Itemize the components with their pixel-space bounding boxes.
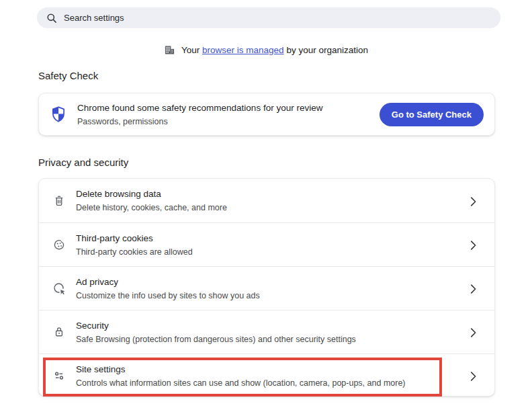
row-title: Security [76,319,356,333]
row-title: Delete browsing data [76,188,227,201]
row-title: Site settings [76,363,406,376]
row-subtitle: Controls what information sites can use … [76,377,406,389]
safety-check-subtitle: Passwords, permissions [77,116,322,128]
chevron-right-icon [466,282,480,295]
privacy-security-card: Delete browsing data Delete history, coo… [38,178,495,397]
row-third-party-cookies[interactable]: Third-party cookies Third-party cookies … [39,222,494,266]
row-subtitle: Safe Browsing (protection from dangerous… [76,333,356,345]
row-ad-privacy[interactable]: Ad privacy Customize the info used by si… [39,266,494,310]
safety-check-header: Safety Check [38,70,98,81]
browser-managed-link[interactable]: browser is managed [202,45,284,55]
chevron-right-icon [466,194,480,208]
safety-check-title: Chrome found some safety recommendations… [77,101,322,115]
search-icon [46,13,57,24]
ad-privacy-icon [52,282,66,295]
row-subtitle: Customize the info used by sites to show… [76,290,260,302]
row-title: Third-party cookies [76,232,193,245]
row-security[interactable]: Security Safe Browsing (protection from … [39,310,494,353]
go-to-safety-check-button[interactable]: Go to Safety Check [380,103,484,126]
row-site-settings[interactable]: Site settings Controls what information … [39,353,494,397]
managed-notice: Your browser is managed by your organiza… [0,44,532,56]
organization-building-icon [164,44,175,56]
tune-icon [52,369,66,382]
search-bar[interactable] [37,7,500,28]
managed-notice-text: Your browser is managed by your organiza… [181,45,368,55]
trash-icon [52,194,66,208]
safety-shield-icon [50,106,67,123]
privacy-security-header: Privacy and security [38,157,128,168]
chevron-right-icon [466,238,480,251]
chevron-right-icon [466,369,480,382]
lock-icon [52,325,66,339]
row-delete-browsing-data[interactable]: Delete browsing data Delete history, coo… [39,179,494,222]
row-subtitle: Third-party cookies are allowed [76,246,193,258]
search-input[interactable] [64,13,491,23]
cookie-icon [52,238,66,251]
row-subtitle: Delete history, cookies, cache, and more [76,202,227,214]
safety-check-card: Chrome found some safety recommendations… [38,93,495,136]
row-title: Ad privacy [76,276,260,289]
chevron-right-icon [466,325,480,339]
